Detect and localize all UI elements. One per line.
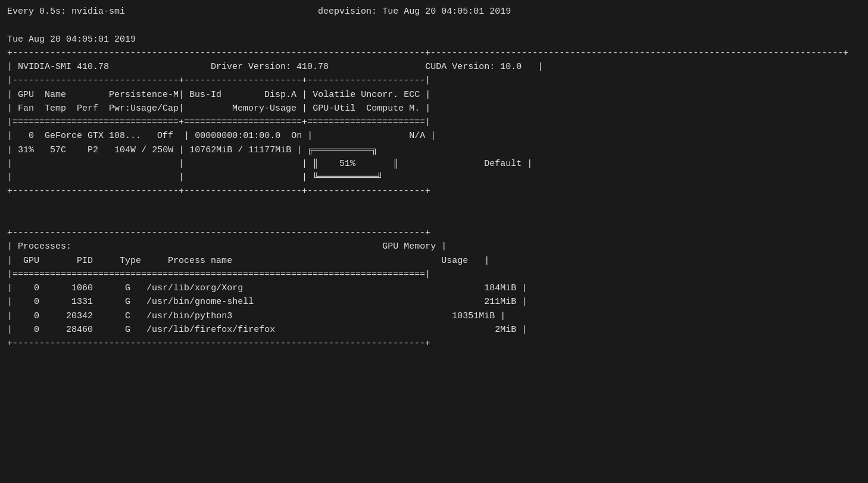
proc-3-mem: 2MiB xyxy=(495,325,516,335)
proc-3-pid: 28460 xyxy=(66,325,93,335)
driver-version: Driver Version: 410.78 xyxy=(211,62,329,72)
gpu-memory-label: GPU Memory xyxy=(382,242,436,252)
header-spacer xyxy=(125,7,318,17)
gpu-pwr-cap: 250W xyxy=(152,145,173,155)
gpu-pwr-usage: 104W xyxy=(114,145,136,155)
proc-3-gpu: 0 xyxy=(34,325,39,335)
proc-0-pid: 1060 xyxy=(71,283,93,293)
terminal-output: Every 0.5s: nvidia-smi deepvision: Tue A… xyxy=(7,5,861,350)
gpu-mem-usage: 10762MiB xyxy=(189,145,232,155)
header-right: deepvision: Tue Aug 20 04:05:01 2019 xyxy=(318,7,511,17)
col-header-util: GPU-Util Compute M. xyxy=(313,104,420,114)
gpu-temp: 57C xyxy=(50,145,66,155)
proc-0-gpu: 0 xyxy=(34,283,39,293)
gpu-index: 0 xyxy=(29,131,34,141)
gpu-util-value: 51% xyxy=(339,159,355,169)
proc-3-type: G xyxy=(125,325,130,335)
gpu-fan: 31% xyxy=(18,145,34,155)
proc-2-gpu: 0 xyxy=(34,311,39,321)
col-pid: PID xyxy=(77,256,93,266)
gpu-compute: Default xyxy=(484,159,522,169)
col-header-row1: GPU Name Persistence-M xyxy=(18,90,179,100)
proc-2-mem: 10351MiB xyxy=(452,311,495,321)
cuda-version: CUDA Version: 10.0 xyxy=(425,62,522,72)
proc-1-name: /usr/bin/gnome-shell xyxy=(146,297,254,307)
header-left: Every 0.5s: nvidia-smi xyxy=(7,7,125,17)
proc-1-mem: 211MiB xyxy=(484,297,516,307)
processes-header: Processes: xyxy=(18,242,71,252)
smi-version: NVIDIA-SMI 410.78 xyxy=(18,62,109,72)
col-process-name: Process name xyxy=(168,256,232,266)
proc-0-type: G xyxy=(125,283,130,293)
proc-0-name: /usr/lib/xorg/Xorg xyxy=(146,283,243,293)
gpu-ecc: N/A xyxy=(409,131,425,141)
gpu-persistence: Off xyxy=(157,131,173,141)
col-header-bus: Bus-Id Disp.A xyxy=(189,90,296,100)
gpu-disp: On xyxy=(291,131,302,141)
col-type: Type xyxy=(120,256,141,266)
col-header-mem: Memory-Usage xyxy=(232,104,296,114)
proc-0-mem: 184MiB xyxy=(484,283,516,293)
gpu-name: GeForce GTX 108... xyxy=(45,131,141,141)
col-header-ecc: Volatile Uncorr. ECC xyxy=(313,90,420,100)
col-gpu: GPU xyxy=(23,256,39,266)
proc-2-name: /usr/bin/python3 xyxy=(146,311,232,321)
gpu-bus-id: 00000000:01:00.0 xyxy=(195,131,280,141)
proc-2-type: C xyxy=(125,311,130,321)
proc-3-name: /usr/lib/firefox/firefox xyxy=(146,325,275,335)
gpu-perf: P2 xyxy=(88,145,98,155)
proc-1-type: G xyxy=(125,297,130,307)
timestamp-line: Tue Aug 20 04:05:01 2019 xyxy=(7,34,136,45)
col-header-row2: Fan Temp Perf Pwr:Usage/Cap xyxy=(18,104,179,114)
proc-2-pid: 20342 xyxy=(66,311,93,321)
gpu-mem-total: 11177MiB xyxy=(248,145,291,155)
usage-label: Usage xyxy=(441,256,468,266)
proc-1-gpu: 0 xyxy=(34,297,39,307)
proc-1-pid: 1331 xyxy=(71,297,93,307)
